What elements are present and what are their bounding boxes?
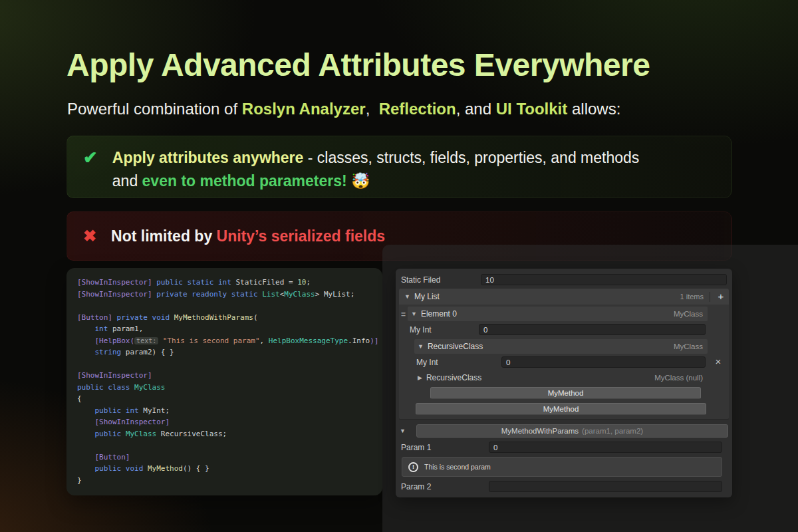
element0-label: Element 0 (421, 309, 457, 319)
foldout-open-icon: ▼ (404, 293, 410, 300)
subtitle-text: allows: (567, 100, 620, 118)
list-body: ▼ Element 0 MyClass My Int 0 ▼ Recursive… (408, 307, 708, 416)
static-filed-input[interactable]: 10 (481, 274, 727, 285)
subtitle-highlight-uitoolkit: UI Toolkit (496, 100, 568, 118)
code-line: public void MyMethod() { } (77, 463, 382, 475)
pro-highlight-anywhere: Apply attributes anywhere (112, 149, 304, 166)
mymethod-button-outer[interactable]: MyMethod (416, 403, 706, 415)
code-line: public class MyClass (77, 382, 382, 394)
recursiveclass-null-type-label: MyClass (null) (654, 374, 703, 382)
recursiveclass-label: RecursiveClass (428, 342, 483, 351)
code-line: [Button] (77, 452, 382, 464)
my-int-input[interactable]: 0 (479, 324, 706, 335)
my-int-row: My Int 0 (414, 354, 708, 370)
param1-input[interactable]: 0 (489, 442, 722, 453)
my-int-input[interactable]: 0 (501, 356, 706, 368)
drag-handle-icon[interactable]: = (401, 310, 406, 319)
cross-icon: ✖ (83, 227, 96, 245)
pro-card: ✔ Apply attributes anywhere - classes, s… (66, 136, 732, 198)
subtitle-text: Powerful combination of (67, 100, 242, 118)
element0-type-label: MyClass (674, 310, 703, 318)
code-line (77, 358, 382, 370)
method-button-name: MyMethodWithParams (501, 427, 579, 435)
pro-card-text: Apply attributes anywhere - classes, str… (112, 146, 668, 193)
info-icon: ! (408, 462, 418, 472)
add-element-button[interactable]: + (714, 289, 728, 305)
list-right-strip: × (708, 307, 729, 416)
code-line: public int MyInt; (77, 405, 382, 417)
foldout-closed-icon: ▶ (418, 374, 422, 381)
method-button-args: (param1, param2) (582, 427, 643, 435)
page-title: Apply Advanced Attributes Everywhere (66, 47, 650, 83)
subtitle-highlight-roslyn: Roslyn Analyzer (242, 100, 366, 118)
my-int-label: My Int (416, 358, 501, 367)
my-int-label: My Int (410, 325, 479, 334)
list-count-badge: 1 items (680, 293, 704, 301)
code-line: [ShowInInspector] public static int Stat… (77, 277, 382, 289)
param2-row: Param 2 (399, 478, 729, 495)
param1-label: Param 1 (401, 443, 489, 452)
subtitle: Powerful combination of Roslyn Analyzer,… (67, 100, 620, 118)
pro-text-emoji: 🤯 (347, 172, 370, 190)
pro-highlight-params: even to method parameters! (142, 172, 347, 190)
helpbox: ! This is second param (402, 457, 722, 477)
code-line: [HelpBox(text: "This is second param", H… (77, 335, 382, 347)
recursiveclass-collapsed-foldout[interactable]: ▶ RecursiveClass MyClass (null) (414, 370, 708, 385)
static-filed-label: Static Filed (401, 275, 481, 285)
subtitle-highlight-reflection: Reflection (379, 100, 456, 118)
code-panel: [ShowInInspector] public static int Stat… (66, 268, 382, 495)
code-line: [Button] private void MyMethodWithParams… (77, 312, 382, 324)
param1-row: Param 1 0 (399, 439, 729, 456)
code-line: } (77, 475, 382, 487)
mymethodwithparams-button[interactable]: MyMethodWithParams (param1, param2) (416, 424, 728, 438)
code-line (77, 300, 382, 312)
recursiveclass-collapsed-label: RecursiveClass (426, 373, 481, 382)
recursiveclass-type-label: MyClass (674, 342, 703, 350)
code-line: [ShowInInspector] private readonly stati… (77, 289, 382, 301)
param2-label: Param 2 (401, 482, 489, 491)
my-list-label: My List (414, 292, 440, 301)
code-line: [ShowInInspector] (77, 370, 382, 382)
code-line: string param2) { } (77, 346, 382, 358)
con-text-body: Not limited by (111, 227, 216, 245)
static-filed-row: Static Filed 10 (399, 271, 729, 288)
divider (710, 292, 710, 302)
code-line (77, 440, 382, 452)
field-value: 0 (483, 326, 487, 334)
list-section: = ▼ Element 0 MyClass My Int 0 ▼ Recursi… (399, 305, 729, 420)
param2-input[interactable] (489, 481, 722, 492)
method-params-foldout-row: ▼ MyMethodWithParams (param1, param2) (399, 423, 729, 439)
foldout-open-icon[interactable]: ▼ (400, 428, 406, 434)
my-list-foldout[interactable]: ▼ My List 1 items + (399, 289, 729, 305)
page: Apply Advanced Attributes Everywhere Pow… (0, 0, 798, 532)
inspector-panel: Static Filed 10 ▼ My List 1 items + = ▼ … (396, 269, 732, 497)
helpbox-text: This is second param (424, 463, 491, 471)
recursiveclass-foldout[interactable]: ▼ RecursiveClass MyClass (414, 339, 708, 354)
field-value: 10 (485, 276, 494, 284)
code-line: int param1, (77, 323, 382, 335)
con-highlight-serialized: Unity’s serialized fields (217, 227, 386, 245)
foldout-open-icon: ▼ (411, 311, 417, 317)
my-int-row: My Int 0 (408, 321, 708, 338)
subtitle-text: , (366, 100, 379, 118)
con-card-text: Not limited by Unity’s serialized fields (111, 227, 385, 245)
field-value: 0 (506, 358, 510, 366)
field-value: 0 (493, 444, 497, 452)
code-line: public MyClass RecursiveClass; (77, 428, 382, 440)
element0-foldout[interactable]: ▼ Element 0 MyClass (408, 307, 708, 321)
check-icon: ✔ (83, 148, 98, 168)
mymethod-button-inner[interactable]: MyMethod (430, 387, 701, 399)
remove-element-button[interactable]: × (716, 356, 722, 367)
code-line: { (77, 393, 382, 405)
code-line: [ShowInInspector] (77, 416, 382, 428)
subtitle-text: , and (456, 100, 496, 118)
foldout-open-icon: ▼ (418, 343, 424, 350)
